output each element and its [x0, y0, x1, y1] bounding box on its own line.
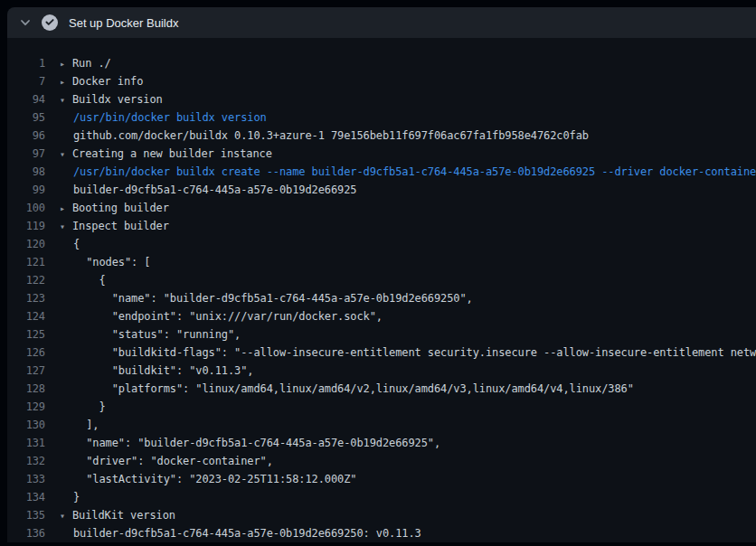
log-row[interactable]: 119 ▾Inspect builder: [7, 217, 756, 235]
log-row[interactable]: 97 ▾Creating a new builder instance: [7, 145, 756, 163]
line-number[interactable]: 99: [7, 181, 45, 199]
caret-right-icon[interactable]: ▸: [60, 200, 72, 218]
log-row: 125 "status": "running",: [7, 325, 756, 344]
line-number[interactable]: 97: [7, 145, 45, 163]
caret-down-icon[interactable]: ▾: [60, 507, 72, 525]
group-label: BuildKit version: [72, 509, 175, 522]
log-output-text: "status": "running",: [60, 325, 241, 344]
log-row: 123 "name": "builder-d9cfb5a1-c764-445a-…: [7, 289, 756, 307]
log-output-text: {: [60, 271, 106, 289]
log-row: 120 {: [7, 235, 756, 253]
log-group-toggle[interactable]: ▾Buildx version: [60, 90, 163, 108]
caret-right-icon[interactable]: ▸: [60, 73, 72, 91]
group-label: Docker info: [72, 75, 143, 88]
line-number[interactable]: 128: [7, 380, 45, 398]
chevron-down-icon[interactable]: [14, 12, 36, 33]
log-output-text: }: [60, 398, 106, 416]
line-number[interactable]: 95: [7, 108, 45, 127]
log-output-text: "driver": "docker-container",: [60, 452, 273, 470]
log-group-toggle[interactable]: ▾BuildKit version: [60, 506, 175, 524]
line-number[interactable]: 136: [7, 524, 45, 542]
log-row: 127 "buildkit": "v0.11.3",: [7, 362, 756, 380]
log-row[interactable]: 1 ▸Run ./: [7, 54, 756, 72]
log-output-text: ],: [60, 416, 99, 434]
caret-down-icon[interactable]: ▾: [60, 146, 72, 164]
step-title: Set up Docker Buildx: [69, 16, 178, 30]
line-number[interactable]: 94: [7, 90, 45, 108]
log-row: 130 ],: [7, 416, 756, 434]
line-number[interactable]: 120: [7, 235, 45, 253]
log-viewer: 1 ▸Run ./ 7 ▸Docker info 94 ▾Buildx vers…: [7, 38, 756, 542]
caret-down-icon[interactable]: ▾: [60, 218, 72, 236]
log-output-text: builder-d9cfb5a1-c764-445a-a57e-0b19d2e6…: [60, 524, 421, 542]
line-number[interactable]: 98: [7, 163, 45, 181]
line-number[interactable]: 123: [7, 289, 45, 307]
log-row: 96 github.com/docker/buildx 0.10.3+azure…: [7, 127, 756, 145]
log-row: 124 "endpoint": "unix:///var/run/docker.…: [7, 307, 756, 325]
log-row[interactable]: 135 ▾BuildKit version: [7, 506, 756, 524]
log-row[interactable]: 100 ▸Booting builder: [7, 199, 756, 217]
log-row[interactable]: 94 ▾Buildx version: [7, 90, 756, 108]
log-group-toggle[interactable]: ▾Inspect builder: [60, 217, 169, 235]
log-output-text: "buildkit": "v0.11.3",: [60, 362, 254, 380]
line-number[interactable]: 126: [7, 344, 45, 362]
log-row: 129 }: [7, 398, 756, 416]
log-group-toggle[interactable]: ▸Docker info: [60, 72, 143, 90]
log-row: 133 "lastActivity": "2023-02-25T11:58:12…: [7, 470, 756, 488]
log-row: 95 /usr/bin/docker buildx version: [7, 108, 756, 127]
log-output-text: github.com/docker/buildx 0.10.3+azure-1 …: [60, 127, 589, 145]
log-output-text: "lastActivity": "2023-02-25T11:58:12.000…: [60, 470, 356, 488]
step-header[interactable]: Set up Docker Buildx: [7, 7, 756, 38]
log-row: 122 {: [7, 271, 756, 289]
line-number[interactable]: 131: [7, 434, 45, 452]
log-group-toggle[interactable]: ▸Run ./: [60, 54, 111, 72]
line-number[interactable]: 133: [7, 470, 45, 488]
log-group-toggle[interactable]: ▸Booting builder: [60, 199, 169, 217]
line-number[interactable]: 119: [7, 217, 45, 235]
log-command-text: /usr/bin/docker buildx version: [60, 108, 267, 127]
line-number[interactable]: 7: [7, 72, 45, 90]
line-number[interactable]: 122: [7, 271, 45, 289]
line-number[interactable]: 124: [7, 307, 45, 325]
log-row: 121 "nodes": [: [7, 253, 756, 271]
group-label: Creating a new builder instance: [72, 147, 272, 160]
log-row: 132 "driver": "docker-container",: [7, 452, 756, 470]
line-number[interactable]: 130: [7, 416, 45, 434]
group-label: Run ./: [72, 57, 111, 70]
log-output-text: "platforms": "linux/amd64,linux/amd64/v2…: [60, 380, 634, 398]
caret-down-icon[interactable]: ▾: [60, 91, 72, 109]
log-row: 98 /usr/bin/docker buildx create --name …: [7, 163, 756, 181]
step-log-panel: Set up Docker Buildx 1 ▸Run ./ 7 ▸Docker…: [7, 7, 756, 542]
group-label: Inspect builder: [72, 220, 169, 232]
line-number[interactable]: 127: [7, 362, 45, 380]
log-row[interactable]: 7 ▸Docker info: [7, 72, 756, 90]
log-output-text: "name": "builder-d9cfb5a1-c764-445a-a57e…: [60, 289, 473, 307]
log-output-text: builder-d9cfb5a1-c764-445a-a57e-0b19d2e6…: [60, 181, 356, 199]
log-output-text: "endpoint": "unix:///var/run/docker.sock…: [60, 307, 383, 325]
line-number[interactable]: 129: [7, 398, 45, 416]
line-number[interactable]: 121: [7, 253, 45, 271]
line-number[interactable]: 96: [7, 127, 45, 145]
log-row: 136 builder-d9cfb5a1-c764-445a-a57e-0b19…: [7, 524, 756, 542]
caret-right-icon[interactable]: ▸: [60, 55, 72, 73]
log-row: 134 }: [7, 488, 756, 506]
line-number[interactable]: 135: [7, 506, 45, 524]
log-output-text: "name": "builder-d9cfb5a1-c764-445a-a57e…: [60, 434, 440, 452]
line-number[interactable]: 134: [7, 488, 45, 506]
line-number[interactable]: 132: [7, 452, 45, 470]
log-row: 126 "buildkitd-flags": "--allow-insecure…: [7, 344, 756, 362]
check-circle-icon: [42, 14, 58, 31]
group-label: Buildx version: [72, 93, 163, 106]
line-number[interactable]: 1: [7, 54, 45, 72]
line-number[interactable]: 100: [7, 199, 45, 217]
log-output-text: }: [60, 488, 80, 506]
log-row: 131 "name": "builder-d9cfb5a1-c764-445a-…: [7, 434, 756, 452]
line-number[interactable]: 125: [7, 325, 45, 344]
log-row: 128 "platforms": "linux/amd64,linux/amd6…: [7, 380, 756, 398]
log-output-text: "buildkitd-flags": "--allow-insecure-ent…: [60, 344, 756, 362]
log-output-text: {: [60, 235, 80, 253]
log-row: 99 builder-d9cfb5a1-c764-445a-a57e-0b19d…: [7, 181, 756, 199]
group-label: Booting builder: [72, 202, 169, 214]
log-output-text: "nodes": [: [60, 253, 151, 271]
log-group-toggle[interactable]: ▾Creating a new builder instance: [60, 145, 272, 163]
